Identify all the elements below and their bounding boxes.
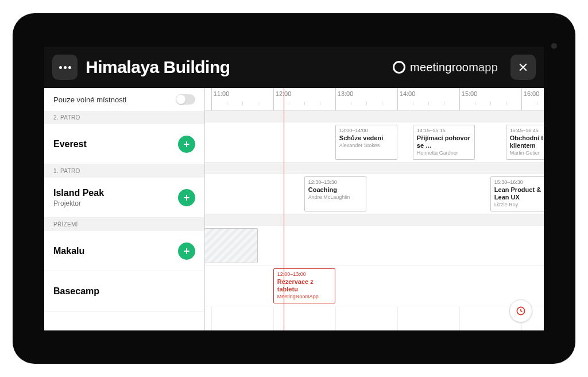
room-row-everest[interactable]: Everest xyxy=(44,124,204,164)
brand-icon xyxy=(393,61,405,74)
close-icon xyxy=(517,61,529,73)
content-body: Pouze volné místnosti 2. PATRO Everest 1… xyxy=(44,88,544,330)
room-subtitle: Projektor xyxy=(53,199,104,207)
camera-dot xyxy=(551,43,557,49)
sidebar: Pouze volné místnosti 2. PATRO Everest 1… xyxy=(44,88,205,330)
event-block[interactable]: 13:00–14:00Schůze vedeníAlexander Stokes xyxy=(335,125,397,160)
lane-floor-0 xyxy=(205,214,544,226)
event-block[interactable]: 0–11:45sign WorkshopGoofy xyxy=(205,228,258,263)
time-header: 11:0012:0013:0014:0015:0016:00 xyxy=(205,88,544,111)
event-block[interactable]: 14:15–15:15Přijímací pohovor se …Henriet… xyxy=(413,125,475,160)
close-button[interactable] xyxy=(510,55,536,80)
lane-island[interactable]: 12:30–13:30CoachingAndre McLaughlin15:30… xyxy=(205,174,544,214)
lane-floor-1 xyxy=(205,163,544,174)
filter-label: Pouze volné místnosti xyxy=(53,95,126,104)
plus-icon xyxy=(182,140,191,149)
jump-to-now-button[interactable] xyxy=(509,299,532,322)
room-row-basecamp[interactable]: Basecamp xyxy=(44,271,204,311)
app-screen: Himalaya Building meetingroomapp Pouze v… xyxy=(44,47,544,330)
page-title: Himalaya Building xyxy=(86,57,230,77)
floor-header-2: 2. PATRO xyxy=(44,111,204,124)
menu-button[interactable] xyxy=(52,55,78,80)
filter-row: Pouze volné místnosti xyxy=(44,88,204,111)
plus-icon xyxy=(182,247,191,256)
brand-suffix: app xyxy=(478,61,498,74)
clock-icon xyxy=(515,305,527,317)
add-booking-button[interactable] xyxy=(178,136,195,153)
plus-icon xyxy=(182,193,191,202)
event-block[interactable]: 12:00–13:00Rezervace z tabletuMeetingRoo… xyxy=(273,268,335,303)
lane-everest[interactable]: 13:00–14:00Schůze vedeníAlexander Stokes… xyxy=(205,122,544,163)
tablet-frame: Himalaya Building meetingroomapp Pouze v… xyxy=(13,13,575,364)
event-block[interactable]: 15:45–16:45Obchodní t s klientemMartin G… xyxy=(506,125,544,160)
room-name: Island Peak xyxy=(53,188,104,198)
now-line xyxy=(284,88,284,330)
add-booking-button[interactable] xyxy=(178,189,195,206)
brand-main: meetingroom xyxy=(410,61,478,74)
event-block[interactable]: 12:30–13:30CoachingAndre McLaughlin xyxy=(304,176,366,211)
room-row-makalu[interactable]: Makalu xyxy=(44,231,204,271)
floor-header-0: PŘÍZEMÍ xyxy=(44,218,204,231)
lane-floor-2 xyxy=(205,111,544,122)
timeline[interactable]: 11:0012:0013:0014:0015:0016:00 13:00–14:… xyxy=(205,88,544,330)
room-name: Makalu xyxy=(53,246,84,256)
room-row-island-peak[interactable]: Island Peak Projektor xyxy=(44,178,204,218)
room-name: Basecamp xyxy=(53,286,99,297)
free-rooms-toggle[interactable] xyxy=(176,94,195,105)
lane-makalu[interactable]: 0–11:45sign WorkshopGoofy xyxy=(205,226,544,266)
floor-header-1: 1. PATRO xyxy=(44,164,204,178)
room-name: Everest xyxy=(53,139,87,149)
event-block[interactable]: 15:30–16:30Lean Product & Lean UXLizzie … xyxy=(490,176,544,211)
brand-logo: meetingroomapp xyxy=(393,61,498,74)
topbar: Himalaya Building meetingroomapp xyxy=(44,47,544,88)
lane-basecamp[interactable]: 12:00–13:00Rezervace z tabletuMeetingRoo… xyxy=(205,266,544,306)
add-booking-button[interactable] xyxy=(178,243,195,260)
